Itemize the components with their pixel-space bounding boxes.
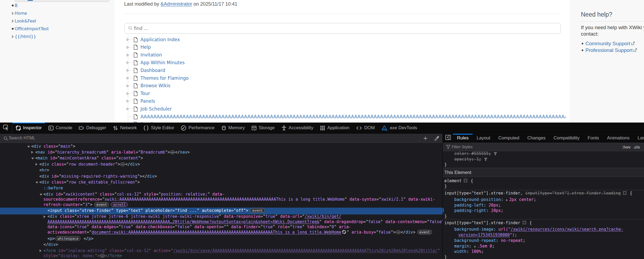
help-link-professional[interactable]: Professional Support [585,47,637,53]
expand-arrow-open-icon[interactable] [40,194,42,196]
tree-node-label[interactable]: Browse Wikis [140,83,170,88]
devtools-tab-storage[interactable]: Storage [248,123,278,133]
tree-node-label[interactable]: Dashboard [140,68,165,73]
sidebar-link[interactable]: {{/html}} [15,34,36,39]
tree-node[interactable]: Dashboard [124,66,566,74]
attribute-link[interactable]: /xwiki/bin/save/AAAAAAAAAAAAAAAAAAAAAAAA… [173,248,437,253]
tree-expand-caret[interactable] [127,46,129,49]
scroll-badge[interactable]: scroll [111,202,128,207]
tree-finder-input[interactable]: find ... [124,23,561,34]
community-support-link[interactable]: Community Support [585,41,630,46]
sidebar-tab-animations[interactable]: Animations [603,134,634,142]
tree-node[interactable]: Application Index [124,36,566,43]
markup-node[interactable]: <div id="missing-required-rights-warning… [0,173,443,179]
rule-line[interactable]: width: 100%; [444,249,644,254]
sidebar-tab-compatibility[interactable]: Compatibility [550,134,584,142]
sidebar-tab-layout[interactable]: Layout [472,134,494,142]
collapsed-children-icon[interactable] [100,254,105,258]
expand-arrow-closed-icon[interactable] [40,249,41,252]
attribute-link[interactable]: document:xwiki:AAAAAAAAAAAAAAAAAAAAAAAAA… [92,230,341,235]
collapsed-children-icon[interactable] [170,150,175,154]
collapsed-children-icon[interactable] [120,162,125,166]
sidebar-link[interactable]: Home [15,11,27,16]
devtools-tab-style-editor[interactable]: Style Editor [140,123,177,133]
tree-node-label[interactable]: Invitation [140,52,162,58]
sidebar-tab-changes[interactable]: Changes [523,134,550,142]
markup-node[interactable]: <div class="main"> [0,143,443,149]
markup-node[interactable]: <div class="xtree jstree jstree-6 jstree… [0,214,443,236]
tree-node-label[interactable]: Panels [140,98,155,104]
sidebar-tab-fonts[interactable]: Fonts [584,134,603,142]
selector-highlighter-icon[interactable] [523,220,526,226]
tree-node-label[interactable]: Job Scheduler [140,106,172,112]
expand-arrow-open-icon[interactable] [31,158,34,159]
markup-node-selected[interactable]: <input class="xtree-finder" type="text" … [0,208,443,214]
attribute-link[interactable]: /xwiki/bin/get/ [304,214,341,219]
event-badge[interactable]: event [417,230,432,234]
tree-node[interactable]: Help [124,43,566,51]
tree-node[interactable]: Tour [124,90,566,97]
rule-line[interactable]: padding-left: 20px; [444,203,644,208]
markup-node[interactable]: <form id="inplace-editing" class="col-xs… [0,248,443,259]
devtools-tab-performance[interactable]: Performance [177,123,218,133]
sidebar-link[interactable]: OfficeImportTest [15,26,49,31]
devtools-tab-inspector[interactable]: Inspector [12,123,45,133]
tree-node-label[interactable]: Help [140,44,151,50]
tree-node-label[interactable]: App Within Minutes [140,60,185,65]
sidebar-item-look-feel[interactable]: Look&Feel [0,17,115,25]
css-url-link[interactable]: version=1753451930000 [458,233,510,237]
sidebar-item-b[interactable]: B [0,2,115,9]
sidebar-tab-rules[interactable]: Rules [453,134,472,142]
add-node-button[interactable] [423,136,428,142]
sidebar-item-officeimporttest[interactable]: OfficeImportTest [0,25,115,33]
expand-arrow-open-icon[interactable] [27,146,30,148]
tree-node[interactable]: AAAAAAAAAAAAAAAAAAAAAAAAAAAAAAAAAAAAAAAA… [124,113,566,120]
rule-line[interactable]: element { [444,178,644,184]
tree-expand-caret[interactable] [127,85,129,87]
markup-node[interactable]: <div class="row cke_editable_fullscreen"… [0,179,443,185]
rule-line[interactable]: } [444,184,644,189]
markup-node[interactable]: </div> [0,242,443,248]
devtools-tab-accessibility[interactable]: Accessibility [278,123,317,133]
markup-node[interactable]: ::before [0,185,443,191]
tree-expand-caret[interactable] [127,100,129,102]
devtools-tab-memory[interactable]: Memory [218,123,248,133]
rule-line[interactable]: input[type="text"].xtree-finder, input[t… [444,191,644,196]
tree-expand-caret[interactable] [127,108,129,110]
expand-shorthand-icon[interactable] [506,199,508,201]
tree-node[interactable]: Job Scheduler [124,105,566,113]
attribute-link[interactable]: AAAAAAAAAAAAAAAAAAAAAAAAAAAAAAAAAAAAAAAA… [48,219,319,224]
tree-expand-caret[interactable] [127,69,129,72]
pick-element-button[interactable] [0,123,12,133]
tree-node[interactable]: Themes for Flamingo [124,74,566,82]
sidebar-link[interactable]: Look&Feel [15,19,36,24]
selector-highlighter-icon[interactable] [623,191,627,196]
select-node-icon[interactable] [342,230,346,235]
sidebar-item--html-[interactable]: {{/html}} [0,33,115,40]
tree-expand-caret[interactable] [127,61,129,64]
rule-line[interactable]: margin: .5em 0; [444,243,644,249]
author-link[interactable]: &Administrator [161,1,192,7]
devtools-tab-dom[interactable]: DOM [353,123,378,133]
markup-node[interactable]: <hr> [0,167,443,173]
devtools-tab-network[interactable]: Network [109,123,140,133]
markup-node[interactable]: <p>whitespace </p> [0,236,443,242]
rule-line[interactable]: } [444,254,644,259]
tree-expand-caret[interactable] [127,77,129,79]
expand-arrow-closed-icon[interactable] [31,151,33,154]
markup-node[interactable]: <main id="mainContentArea" class="xconte… [0,155,443,161]
rule-line[interactable]: opacity: 1; [444,157,644,162]
expand-arrow-closed-icon[interactable] [44,215,45,218]
overridden-filter-icon[interactable] [484,157,487,162]
help-link-community[interactable]: Community Support [585,41,635,47]
tree-expand-caret[interactable] [127,54,129,56]
tree-node-label[interactable]: AAAAAAAAAAAAAAAAAAAAAAAAAAAAAAAAAAAAAAAA… [140,114,566,119]
rule-line[interactable]: version=1753451930000"); [444,232,644,238]
markup-search-bar[interactable]: Search HTML [0,134,443,143]
tree-node[interactable]: Panels [124,97,566,105]
tree-node[interactable]: App Within Minutes [124,59,566,66]
professional-support-link[interactable]: Professional Support [585,47,632,53]
filter-styles-bar[interactable]: Filter Styles :hov.cls [443,143,644,151]
hov-toggle[interactable]: :hov [622,145,631,149]
eyedropper-button[interactable] [434,136,439,142]
